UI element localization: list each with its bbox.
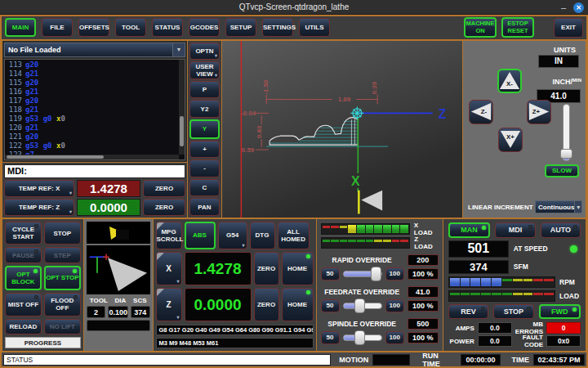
- exit-button[interactable]: EXIT: [554, 18, 583, 38]
- minimize-icon[interactable]: –: [561, 3, 566, 11]
- toolpath-plot: 1.89 -1.50 0.39 -0.04 0.63 0.59: [222, 41, 462, 218]
- vertical-scrollbar[interactable]: [179, 60, 185, 155]
- view-button-p[interactable]: P: [189, 81, 220, 99]
- dia-label: DIA: [115, 297, 127, 304]
- dro-value-x: 1.4278: [185, 252, 252, 285]
- slider-max-button[interactable]: 100: [385, 299, 404, 312]
- meter-segment: [400, 225, 408, 233]
- axis-select-z[interactable]: Z: [156, 288, 182, 321]
- no-lift-button[interactable]: NO LIFT: [44, 319, 81, 334]
- tab-setup[interactable]: SETUP: [225, 18, 256, 37]
- chevron-down-icon[interactable]: ▼: [574, 201, 581, 213]
- view-button-user-view[interactable]: USER VIEW: [189, 61, 220, 79]
- override-group-spindle-override: SPINDLE OVERRIDE50050100100 %: [321, 317, 439, 346]
- line-number: 113: [7, 61, 22, 70]
- gcode-token: g21: [25, 88, 38, 96]
- machine-on-button[interactable]: MACHINE ON: [464, 17, 497, 38]
- step-button[interactable]: STEP: [44, 247, 81, 263]
- rapid-override-slider[interactable]: [343, 271, 382, 277]
- tab-settings[interactable]: SETTINGS: [262, 18, 293, 37]
- scrollbar-thumb[interactable]: [180, 116, 184, 146]
- gcode-token: x: [52, 114, 61, 123]
- axis-select-x[interactable]: X: [156, 252, 182, 285]
- tab-file[interactable]: FILE: [42, 18, 73, 37]
- mode-mdi-button[interactable]: MDI: [495, 222, 535, 238]
- flood-off-button[interactable]: FLOOD OFF: [44, 293, 81, 316]
- feedrate-override-slider[interactable]: [343, 303, 382, 309]
- tab-utils[interactable]: UTILS: [299, 18, 330, 37]
- cycle-start-button[interactable]: CYCLE START: [5, 222, 42, 245]
- spindle-rev-button[interactable]: REV: [448, 304, 488, 320]
- all-homed-button[interactable]: ALL HOMED: [278, 222, 310, 249]
- view-button--[interactable]: -: [189, 159, 220, 177]
- scrollbar-thumb[interactable]: [7, 155, 104, 159]
- slider-handle[interactable]: [371, 267, 381, 281]
- mdi-input[interactable]: MDI:: [4, 164, 185, 178]
- temp-ref-x-button[interactable]: TEMP REF: X: [4, 180, 74, 197]
- pause-button[interactable]: PAUSE: [5, 247, 42, 263]
- jog-x-plus-button[interactable]: X+: [498, 128, 523, 152]
- gcode-listing[interactable]: 113g20114g21115g20116g21117g20118g21119g…: [4, 59, 185, 160]
- slider-handle[interactable]: [560, 149, 572, 159]
- opt-stop-button[interactable]: OPT STOP: [44, 266, 81, 290]
- mpg-scroll-button[interactable]: MPG SCROLL: [156, 222, 182, 249]
- slider-min-button[interactable]: 50: [321, 299, 340, 312]
- slider-handle[interactable]: [354, 330, 365, 345]
- mode-auto-button[interactable]: AUTO: [541, 222, 581, 238]
- dtg-button[interactable]: DTG: [250, 222, 275, 249]
- dim-top: -0.04: [241, 110, 256, 117]
- view-button-pan[interactable]: PAN: [189, 198, 220, 216]
- spindle-fwd-button[interactable]: FWD: [539, 304, 581, 320]
- slider-handle[interactable]: [354, 298, 365, 313]
- opt-block-button[interactable]: OPT BLOCK: [5, 266, 42, 290]
- mist-off-button[interactable]: MIST OFF: [5, 293, 42, 316]
- temp-ref-z-button[interactable]: TEMP REF: Z: [4, 199, 74, 216]
- increment-combo[interactable]: Continuous ▼: [535, 200, 582, 213]
- jog-z-minus-button[interactable]: Z-: [469, 100, 493, 124]
- estop-reset-button[interactable]: ESTOP RESET: [501, 17, 534, 38]
- slider-max-button[interactable]: 100: [385, 267, 404, 280]
- gremlin-preview[interactable]: 1.89 -1.50 0.39 -0.04 0.63 0.59: [222, 40, 463, 218]
- fault-code-value: 0x0: [546, 335, 581, 347]
- zero-z-button[interactable]: ZERO: [254, 288, 279, 321]
- dim-left: -1.50: [262, 79, 270, 95]
- gcode-line: 122g53 g0 x0: [7, 141, 183, 150]
- view-button-y2[interactable]: Y2: [189, 100, 220, 118]
- file-selector-combo[interactable]: No File Loaded ▼: [4, 43, 185, 57]
- view-button-y[interactable]: Y: [189, 119, 220, 139]
- meter-segment: [340, 239, 348, 247]
- horizontal-scrollbar[interactable]: [5, 155, 179, 159]
- tab-offsets[interactable]: OFFSETS: [78, 18, 109, 37]
- home-z-button[interactable]: HOME: [282, 288, 314, 321]
- slider-min-button[interactable]: 50: [321, 267, 340, 280]
- slider-max-button[interactable]: 100: [385, 331, 404, 344]
- mode-man-button[interactable]: MAN: [448, 222, 490, 238]
- close-icon[interactable]: ✕: [573, 2, 584, 13]
- jog-rate-slider[interactable]: [563, 104, 570, 161]
- wcs-g54-button[interactable]: G54: [218, 222, 247, 249]
- view-button--[interactable]: +: [189, 141, 220, 159]
- abs-button[interactable]: ABS: [185, 222, 216, 249]
- stop-button[interactable]: STOP: [44, 222, 81, 245]
- gcode-token: g53: [25, 141, 38, 150]
- view-button-c[interactable]: C: [189, 179, 220, 197]
- tab-tool[interactable]: TOOL: [115, 18, 146, 37]
- spindle-stop-button[interactable]: STOP: [493, 304, 533, 320]
- zero-x-button[interactable]: ZERO: [254, 252, 279, 285]
- tab-main[interactable]: MAIN: [5, 18, 36, 37]
- slow-button[interactable]: SLOW: [545, 164, 579, 177]
- chevron-down-icon[interactable]: ▼: [172, 43, 185, 56]
- tab-status[interactable]: STATUS: [152, 18, 183, 37]
- zero-x-button[interactable]: ZERO: [143, 180, 185, 197]
- jog-x-minus-button[interactable]: X-: [497, 69, 522, 93]
- home-x-button[interactable]: HOME: [282, 252, 314, 285]
- spindle-override-slider[interactable]: [343, 334, 382, 341]
- tab-gcodes[interactable]: GCODES: [189, 18, 220, 37]
- reload-button[interactable]: RELOAD: [5, 319, 42, 334]
- meter-segment: [523, 278, 533, 286]
- slider-min-button[interactable]: 50: [321, 331, 340, 344]
- view-button-optn[interactable]: OPTN: [189, 43, 220, 61]
- jog-z-plus-button[interactable]: Z+: [527, 100, 551, 124]
- zero-z-button[interactable]: ZERO: [143, 199, 185, 216]
- spindle-direction-buttons: REVSTOPFWD: [448, 304, 581, 320]
